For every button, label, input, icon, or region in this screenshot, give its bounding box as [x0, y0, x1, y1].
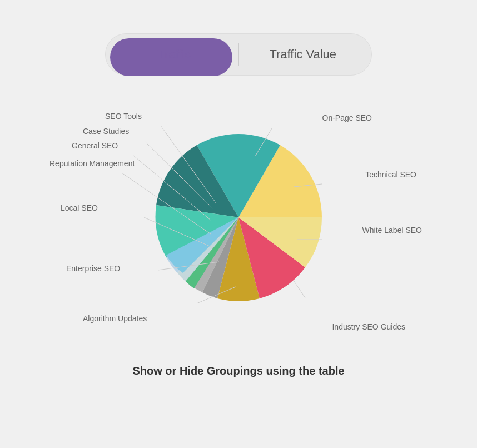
label-on-page-seo: On-Page SEO [322, 113, 372, 122]
label-industry-seo: Industry SEO Guides [332, 322, 405, 331]
traffic-tab[interactable]: Traffic [110, 38, 238, 71]
toggle-bar: Traffic Traffic Value [105, 33, 372, 76]
pie-chart [155, 134, 322, 301]
label-seo-tools: SEO Tools [105, 112, 142, 121]
chart-area: On-Page SEO Technical SEO White Label SE… [49, 98, 428, 354]
label-technical-seo: Technical SEO [365, 170, 416, 179]
label-general-seo: General SEO [72, 141, 118, 150]
label-reputation-mgmt: Reputation Management [49, 159, 135, 168]
label-white-label-seo: White Label SEO [362, 226, 422, 235]
traffic-value-tab[interactable]: Traffic Value [239, 38, 367, 71]
footer-text: Show or Hide Groupings using the table [132, 365, 344, 377]
label-case-studies: Case Studies [83, 127, 129, 136]
label-enterprise-seo: Enterprise SEO [66, 264, 120, 273]
label-local-seo: Local SEO [61, 203, 98, 212]
label-algorithm-updates: Algorithm Updates [83, 314, 147, 323]
main-container: Traffic Traffic Value [0, 0, 477, 448]
